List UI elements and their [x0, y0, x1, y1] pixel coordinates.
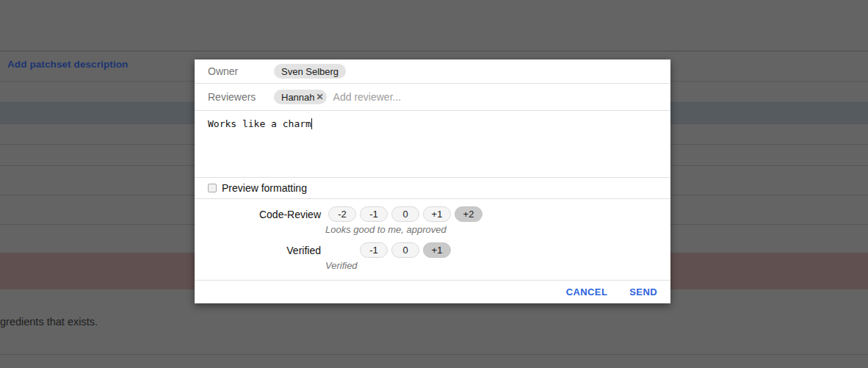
preview-formatting-checkbox[interactable]: [208, 184, 217, 192]
reply-message-textarea[interactable]: Works like a charm: [195, 111, 670, 178]
verified-row: Verified -1 0 +1: [195, 242, 670, 258]
dialog-actions: CANCEL SEND: [195, 280, 670, 303]
preview-formatting-row: Preview formatting: [195, 178, 670, 199]
code-review-minus1-button[interactable]: -1: [360, 206, 388, 222]
code-review-plus1-button[interactable]: +1: [423, 206, 451, 222]
code-review-minus2-button[interactable]: -2: [328, 206, 356, 222]
code-review-description: Looks good to me, approved: [325, 224, 670, 235]
code-review-zero-button[interactable]: 0: [391, 206, 419, 222]
verified-pills: -1 0 +1: [360, 242, 455, 258]
cancel-button[interactable]: CANCEL: [566, 286, 608, 297]
reply-message-text: Works like a charm: [208, 118, 311, 129]
verified-zero-button[interactable]: 0: [391, 242, 419, 258]
verified-minus1-button[interactable]: -1: [360, 242, 388, 258]
owner-chip: Sven Selberg: [274, 64, 346, 79]
owner-row: Owner Sven Selberg: [195, 59, 670, 84]
send-button[interactable]: SEND: [629, 286, 657, 297]
reply-dialog: Owner Sven Selberg Reviewers Hannah✕ Add…: [195, 59, 670, 303]
reviewers-label: Reviewers: [208, 91, 274, 103]
reviewer-chip-name: Hannah: [281, 92, 315, 103]
preview-formatting-label: Preview formatting: [222, 182, 307, 194]
code-review-pills: -2 -1 0 +1 +2: [328, 206, 486, 222]
add-reviewer-input[interactable]: Add reviewer...: [333, 91, 402, 103]
verified-label: Verified: [195, 245, 321, 256]
header-divider: [0, 51, 868, 51]
text-caret: [311, 118, 313, 129]
remove-reviewer-icon[interactable]: ✕: [317, 93, 324, 101]
score-section: Code-Review -2 -1 0 +1 +2 Looks good to …: [195, 199, 670, 280]
add-patchset-description-link: Add patchset description: [7, 59, 128, 70]
owner-label: Owner: [208, 65, 274, 77]
reviewers-row: Reviewers Hannah✕ Add reviewer...: [195, 84, 670, 111]
commit-message-fragment: gredients that exists.: [0, 316, 98, 328]
code-review-label: Code-Review: [195, 209, 321, 220]
code-review-plus2-button[interactable]: +2: [455, 206, 482, 222]
verified-description: Verified: [325, 260, 670, 271]
verified-plus1-button[interactable]: +1: [423, 242, 451, 258]
code-review-row: Code-Review -2 -1 0 +1 +2: [195, 206, 670, 222]
reviewer-chip: Hannah✕: [274, 90, 327, 104]
row-divider: [0, 354, 868, 355]
